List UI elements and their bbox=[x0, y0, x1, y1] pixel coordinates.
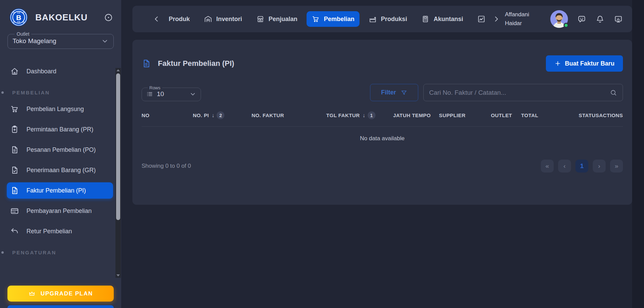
sidebar-item[interactable]: Permintaan Barang (PR) bbox=[7, 121, 113, 138]
nav-item[interactable]: Produk bbox=[164, 12, 195, 26]
filter-button[interactable]: Filter bbox=[370, 84, 418, 101]
scroll-down-arrow-icon[interactable] bbox=[115, 273, 121, 278]
table-column-header[interactable]: JATUH TEMPO bbox=[393, 112, 439, 118]
app-root: B BAKOELKU Outlet Toko Magelang Dashboar… bbox=[0, 0, 644, 308]
scroll-up-arrow-icon[interactable] bbox=[115, 68, 121, 73]
sidebar-section-pembelian: PEMBELIAN bbox=[7, 90, 113, 95]
pagination-button[interactable]: » bbox=[610, 160, 623, 173]
nav-item[interactable]: Penjualan bbox=[251, 11, 302, 27]
card-header: Faktur Pembelian (PI) Buat Faktur Baru bbox=[142, 40, 623, 72]
rows-per-page-select[interactable]: Rows 10 bbox=[142, 85, 201, 101]
table-column-header[interactable]: SUPPLIER bbox=[439, 112, 491, 118]
brand: B BAKOELKU bbox=[0, 0, 121, 26]
nav-item[interactable]: Inventori bbox=[199, 11, 247, 27]
sidebar: B BAKOELKU Outlet Toko Magelang Dashboar… bbox=[0, 0, 121, 308]
plus-icon bbox=[554, 60, 561, 67]
pagination-button[interactable]: › bbox=[593, 160, 606, 173]
list-icon bbox=[146, 91, 153, 97]
rows-label: Rows bbox=[148, 85, 162, 90]
table-column-header[interactable]: ACTIONS bbox=[599, 112, 623, 118]
table-column-header[interactable]: OUTLET bbox=[491, 112, 521, 118]
pagination-glyph: » bbox=[615, 162, 619, 170]
sidebar-item[interactable]: Penerimaan Barang (GR) bbox=[7, 162, 113, 178]
nav-item[interactable]: Produksi bbox=[364, 11, 412, 27]
sort-indicator: ↓ 2 bbox=[211, 111, 224, 119]
sidebar-item-label: Pembelian Langsung bbox=[26, 105, 84, 113]
user-name[interactable]: Affandani Haidar bbox=[505, 10, 543, 28]
sidebar-item[interactable]: Retur Pembelian bbox=[7, 223, 113, 239]
table-column-header[interactable]: NO. FAKTUR bbox=[252, 112, 326, 118]
sidebar-item[interactable]: Faktur Pembelian (PI) bbox=[7, 182, 113, 199]
pagination-glyph: 1 bbox=[580, 162, 584, 170]
nav-item-icon bbox=[477, 15, 485, 23]
sidebar-item[interactable]: Pesanan Pembelian (PO) bbox=[7, 142, 113, 158]
search-icon[interactable] bbox=[610, 89, 617, 96]
pagination-glyph: ‹ bbox=[564, 162, 566, 170]
sidebar-item-icon bbox=[10, 145, 19, 154]
pagination-button[interactable]: ‹ bbox=[558, 160, 571, 173]
sidebar-pin-icon[interactable] bbox=[104, 13, 113, 22]
search-input[interactable] bbox=[429, 89, 610, 96]
column-label: TGL FAKTUR bbox=[326, 112, 360, 118]
nav-item-label: Pembelian bbox=[324, 16, 354, 23]
sidebar-item-icon bbox=[10, 227, 19, 236]
avatar[interactable] bbox=[550, 10, 568, 28]
nav-item-label: Akuntansi bbox=[434, 16, 463, 23]
column-label: NO. PI bbox=[193, 112, 209, 118]
nav-item-icon bbox=[369, 15, 377, 23]
nav-item-label: Produksi bbox=[381, 16, 407, 23]
upgrade-plan-button[interactable]: UPGRADE PLAN bbox=[7, 286, 114, 302]
brand-logo: B bbox=[10, 8, 28, 26]
table-controls: Rows 10 Filter bbox=[142, 84, 623, 101]
nav-item-label: Produk bbox=[169, 16, 190, 23]
sidebar-item-label: Permintaan Barang (PR) bbox=[26, 125, 93, 133]
svg-text:B: B bbox=[16, 14, 21, 21]
nav-scroll-left-icon[interactable] bbox=[153, 15, 160, 23]
nav-item-icon bbox=[256, 15, 264, 23]
create-invoice-label: Buat Faktur Baru bbox=[565, 60, 614, 67]
pagination-glyph: « bbox=[546, 162, 549, 170]
table-column-header[interactable]: TGL FAKTUR ↓ 1 bbox=[326, 111, 393, 119]
create-invoice-button[interactable]: Buat Faktur Baru bbox=[546, 55, 623, 72]
home-icon bbox=[10, 67, 19, 76]
pagination-glyph: › bbox=[598, 162, 600, 170]
outlet-label: Outlet bbox=[15, 31, 31, 37]
upgrade-plan-label: UPGRADE PLAN bbox=[40, 290, 93, 297]
sidebar-section-pengaturan: PENGATURAN bbox=[7, 250, 113, 255]
search-box[interactable] bbox=[423, 84, 623, 101]
chevron-down-icon bbox=[189, 91, 196, 97]
sidebar-item-label: Faktur Pembelian (PI) bbox=[26, 186, 86, 195]
empty-state-text: No data available bbox=[142, 127, 623, 142]
pagination-button[interactable]: 1 bbox=[575, 160, 588, 173]
table-header-row: NO NO. PI ↓ 2 NO. FAKTUR bbox=[142, 111, 623, 127]
brand-name: BAKOELKU bbox=[35, 12, 88, 23]
table-column-header[interactable]: NO bbox=[142, 112, 193, 118]
table-column-header[interactable]: STATUS bbox=[569, 112, 599, 118]
column-label: NO. FAKTUR bbox=[252, 112, 284, 118]
notifications-bell-icon[interactable] bbox=[595, 15, 605, 24]
sidebar-item-dashboard[interactable]: Dashboard bbox=[7, 63, 113, 79]
nav-item[interactable]: Pembelian bbox=[307, 11, 360, 27]
sidebar-item[interactable]: Pembayaran Pembelian bbox=[7, 203, 113, 219]
table-column-header[interactable]: TOTAL bbox=[521, 112, 569, 118]
crown-icon bbox=[28, 290, 36, 297]
nav-item[interactable] bbox=[472, 11, 491, 27]
sidebar-item[interactable]: Pembelian Langsung bbox=[7, 101, 113, 117]
display-icon[interactable] bbox=[614, 15, 623, 24]
nav-item-icon bbox=[312, 15, 320, 23]
page-title: Faktur Pembelian (PI) bbox=[158, 59, 234, 68]
sidebar-item-icon bbox=[10, 206, 19, 215]
sidebar-scrollbar[interactable] bbox=[115, 68, 121, 278]
nav-item[interactable]: Akuntansi bbox=[416, 11, 468, 27]
outlet-select[interactable]: Outlet Toko Magelang bbox=[7, 31, 114, 49]
chat-icon[interactable] bbox=[577, 15, 586, 24]
bottom-cut-button[interactable] bbox=[7, 305, 114, 308]
column-label: OUTLET bbox=[491, 112, 512, 118]
scrollbar-thumb[interactable] bbox=[116, 73, 120, 220]
window-scroll-gutter[interactable] bbox=[632, 0, 644, 308]
main-area: Produk Inventori Penjualan Pembe bbox=[121, 0, 632, 308]
table-column-header[interactable]: NO. PI ↓ 2 bbox=[193, 111, 252, 119]
nav-scroll-right-icon[interactable] bbox=[493, 15, 500, 23]
column-label: NO bbox=[142, 112, 149, 118]
pagination-button[interactable]: « bbox=[541, 160, 554, 173]
